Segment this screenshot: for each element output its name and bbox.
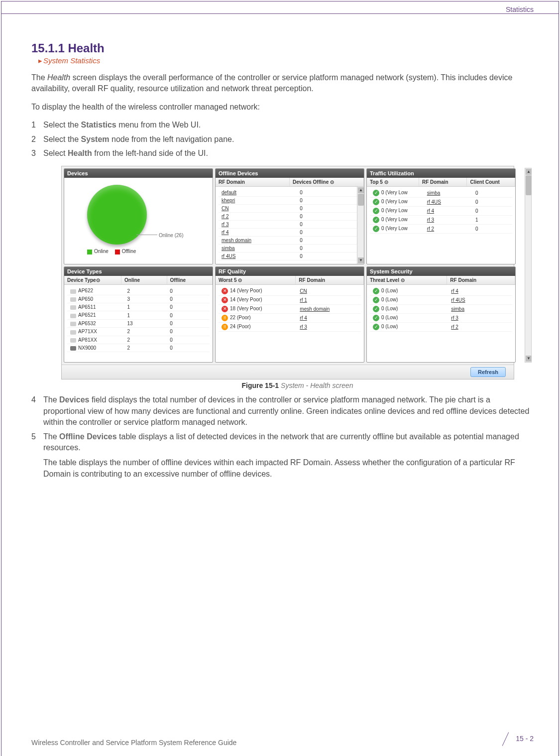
- table-row[interactable]: ✕14 (Very Poor)CN: [219, 287, 361, 296]
- table-row[interactable]: NX900020: [67, 344, 210, 352]
- scroll-up-icon[interactable]: ▲: [358, 187, 364, 193]
- rf-domain-link[interactable]: CN: [222, 206, 228, 211]
- cell-value: 0: [167, 336, 210, 344]
- rf-domain-link[interactable]: rf 3: [427, 217, 434, 223]
- table-row[interactable]: ✓0 (Very Lowrf 20: [370, 225, 512, 234]
- legend-label: Online: [94, 249, 109, 254]
- rf-domain-link[interactable]: rf 4: [222, 230, 228, 235]
- column-headers[interactable]: Threat Level ⊙ RF Domain: [367, 276, 515, 285]
- column-headers[interactable]: Top 5 ⊙ RF Domain Client Count: [367, 178, 515, 187]
- sort-icon[interactable]: ⊙: [401, 277, 405, 283]
- rf-domain-link[interactable]: mesh domain: [222, 238, 251, 243]
- table-row[interactable]: ✕18 (Very Poor)mesh domain: [219, 305, 361, 314]
- sort-icon[interactable]: ⊙: [384, 179, 388, 185]
- col-top5[interactable]: Top 5 ⊙: [367, 178, 419, 186]
- table-row[interactable]: AP71XX20: [67, 328, 210, 336]
- table-row[interactable]: rf 20: [219, 213, 361, 221]
- rf-domain-link[interactable]: CN: [300, 288, 307, 294]
- rf-domain-link[interactable]: rf 3: [451, 315, 458, 321]
- column-headers[interactable]: Worst 5 ⊙ RF Domain: [216, 276, 364, 285]
- table-row[interactable]: ✓0 (Very Lowrf 4US0: [370, 198, 512, 207]
- scrollbar[interactable]: ▲ ▼: [357, 187, 364, 264]
- col-rf-domain[interactable]: RF Domain: [419, 178, 467, 186]
- cell-value: 2: [124, 336, 167, 344]
- col-device-type[interactable]: Device Type⊙: [64, 276, 121, 284]
- col-devices-offline[interactable]: Devices Offline ⊙: [290, 178, 364, 186]
- table-row[interactable]: rf 30: [219, 221, 361, 229]
- scroll-down-icon[interactable]: ▼: [358, 257, 364, 263]
- sort-icon[interactable]: ⊙: [96, 277, 100, 283]
- col-threat-level[interactable]: Threat Level ⊙: [367, 276, 447, 284]
- table-row[interactable]: ✓0 (Very Lowrf 31: [370, 216, 512, 225]
- table-row[interactable]: AP81XX20: [67, 336, 210, 344]
- rf-domain-link[interactable]: rf 3: [300, 324, 307, 330]
- col-client-count[interactable]: Client Count: [467, 178, 515, 186]
- scroll-thumb[interactable]: [358, 194, 364, 206]
- figure-caption: Figure 15-1 System - Health screen: [61, 381, 534, 389]
- outer-scrollbar[interactable]: ▲ ▼: [525, 168, 532, 363]
- table-row[interactable]: AP651110: [67, 303, 210, 311]
- rf-domain-link[interactable]: rf 4US: [451, 297, 465, 303]
- rf-domain-link[interactable]: rf 2: [427, 226, 434, 232]
- panel-traffic-utilization: Traffic Utilization Top 5 ⊙ RF Domain Cl…: [366, 168, 516, 264]
- rf-domain-link[interactable]: rf 2: [222, 214, 228, 219]
- rf-domain-link[interactable]: khepri: [222, 198, 235, 203]
- scroll-thumb[interactable]: [526, 175, 532, 195]
- panel-title: System Security: [367, 267, 515, 276]
- step-text: The: [43, 432, 59, 441]
- table-row[interactable]: ✓0 (Low)rf 4US: [370, 296, 512, 305]
- rf-domain-link[interactable]: rf 2: [451, 324, 458, 330]
- rf-domain-link[interactable]: mesh domain: [300, 306, 330, 312]
- table-row[interactable]: AP62220: [67, 287, 210, 295]
- rf-domain-link[interactable]: simba: [222, 246, 235, 251]
- rf-domain-link[interactable]: simba: [451, 306, 464, 312]
- sort-icon[interactable]: ⊙: [330, 179, 334, 185]
- table-row[interactable]: CN0: [219, 205, 361, 213]
- cell-value: 2: [124, 344, 167, 352]
- table-row[interactable]: AP65030: [67, 295, 210, 303]
- table-row[interactable]: AP652110: [67, 311, 210, 319]
- rf-domain-link[interactable]: default: [222, 190, 236, 195]
- column-headers[interactable]: Device Type⊙ Online Offline: [64, 276, 213, 285]
- col-worst5[interactable]: Worst 5 ⊙: [216, 276, 296, 284]
- table-row[interactable]: ✕14 (Very Poor)rf 1: [219, 296, 361, 305]
- table-row[interactable]: default0: [219, 189, 361, 197]
- rf-domain-link[interactable]: simba: [427, 190, 441, 196]
- scroll-up-icon[interactable]: ▲: [526, 169, 532, 175]
- rf-domain-link[interactable]: rf 3: [222, 222, 228, 227]
- table-row[interactable]: ✓0 (Very Lowrf 40: [370, 207, 512, 216]
- refresh-button[interactable]: Refresh: [470, 367, 506, 377]
- col-rf-domain[interactable]: RF Domain: [296, 276, 364, 284]
- col-online[interactable]: Online: [121, 276, 167, 284]
- rf-domain-link[interactable]: rf 4US: [427, 199, 441, 205]
- rf-domain-link[interactable]: rf 4: [451, 288, 458, 294]
- rf-domain-link[interactable]: rf 1: [300, 297, 307, 303]
- table-row[interactable]: rf 4US0: [219, 252, 361, 260]
- column-headers[interactable]: RF Domain Devices Offline ⊙: [216, 178, 364, 187]
- breadcrumb: System Statistics: [38, 56, 534, 65]
- table-row[interactable]: simba0: [219, 245, 361, 252]
- rf-domain-link[interactable]: rf 4: [427, 208, 434, 214]
- cell-value: 0: [297, 205, 361, 213]
- col-rf-domain[interactable]: RF Domain: [447, 276, 515, 284]
- table-row[interactable]: mesh domain0: [219, 237, 361, 245]
- table-row[interactable]: ✓0 (Low)simba: [370, 305, 512, 314]
- table-row[interactable]: ✓0 (Low)rf 4: [370, 287, 512, 296]
- status-icon: ✕: [222, 297, 228, 303]
- scroll-down-icon[interactable]: ▼: [526, 356, 532, 362]
- rf-domain-link[interactable]: rf 4: [300, 315, 307, 321]
- table-row[interactable]: !!24 (Poor)rf 3: [219, 323, 361, 332]
- col-rf-domain[interactable]: RF Domain: [216, 178, 290, 186]
- check-icon: ✓: [373, 306, 379, 312]
- table-row[interactable]: ✓0 (Very Lowsimba0: [370, 189, 512, 198]
- cell-value: 0: [167, 319, 210, 327]
- table-row[interactable]: ✓0 (Low)rf 2: [370, 323, 512, 332]
- table-row[interactable]: AP6532130: [67, 319, 210, 327]
- table-row[interactable]: ✓0 (Low)rf 3: [370, 314, 512, 323]
- col-offline[interactable]: Offline: [167, 276, 213, 284]
- sort-icon[interactable]: ⊙: [238, 277, 242, 283]
- rf-domain-link[interactable]: rf 4US: [222, 253, 235, 259]
- table-row[interactable]: !!22 (Poor)rf 4: [219, 314, 361, 323]
- table-row[interactable]: khepri0: [219, 197, 361, 205]
- table-row[interactable]: rf 40: [219, 229, 361, 237]
